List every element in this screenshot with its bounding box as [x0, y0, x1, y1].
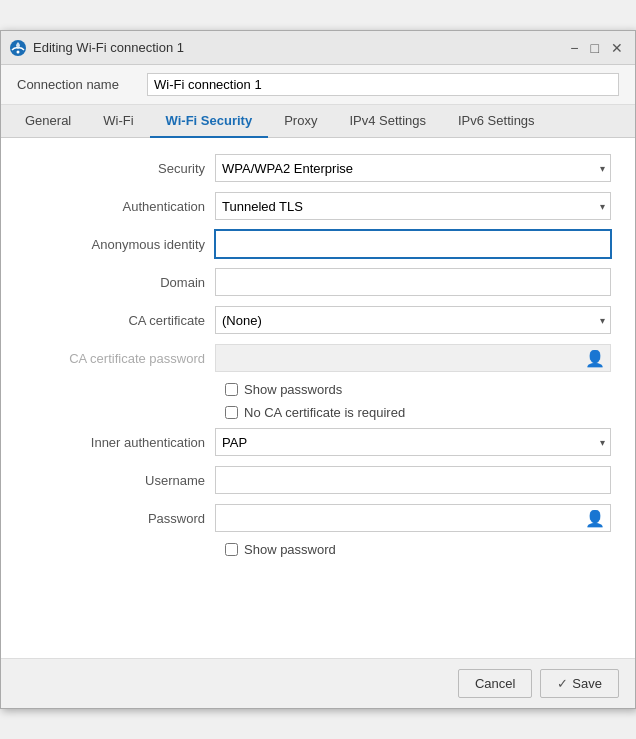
domain-control [215, 268, 611, 296]
close-button[interactable]: ✕ [607, 41, 627, 55]
inner-auth-label: Inner authentication [25, 435, 215, 450]
inner-auth-row: Inner authentication PAP ▾ [25, 428, 611, 456]
connection-name-input[interactable] [147, 73, 619, 96]
titlebar-buttons: − □ ✕ [566, 41, 627, 55]
ca-cert-password-wrapper: 👤 [215, 344, 611, 372]
titlebar-left: Editing Wi-Fi connection 1 [9, 39, 184, 57]
footer: Cancel ✓Save [1, 658, 635, 708]
username-input[interactable] [215, 466, 611, 494]
security-label: Security [25, 161, 215, 176]
ca-cert-password-label: CA certificate password [25, 351, 215, 366]
show-password-checkbox[interactable] [225, 543, 238, 556]
security-row: Security WPA/WPA2 Enterprise ▾ [25, 154, 611, 182]
minimize-button[interactable]: − [566, 41, 582, 55]
security-select-wrapper: WPA/WPA2 Enterprise ▾ [215, 154, 611, 182]
network-icon [9, 39, 27, 57]
ca-certificate-control: (None) ▾ [215, 306, 611, 334]
domain-row: Domain [25, 268, 611, 296]
tabs-bar: General Wi-Fi Wi-Fi Security Proxy IPv4 … [1, 105, 635, 138]
ca-certificate-select[interactable]: (None) [215, 306, 611, 334]
ca-cert-password-input[interactable] [215, 344, 611, 372]
username-label: Username [25, 473, 215, 488]
security-control: WPA/WPA2 Enterprise ▾ [215, 154, 611, 182]
save-check-icon: ✓ [557, 676, 568, 691]
show-passwords-label[interactable]: Show passwords [244, 382, 342, 397]
anonymous-identity-label: Anonymous identity [25, 237, 215, 252]
no-ca-cert-row: No CA certificate is required [25, 405, 611, 420]
authentication-control: Tunneled TLS ▾ [215, 192, 611, 220]
authentication-select-wrapper: Tunneled TLS ▾ [215, 192, 611, 220]
show-password-row: Show password [25, 542, 611, 557]
tab-wifi-security[interactable]: Wi-Fi Security [150, 105, 269, 138]
maximize-button[interactable]: □ [587, 41, 603, 55]
tab-proxy[interactable]: Proxy [268, 105, 333, 138]
security-select[interactable]: WPA/WPA2 Enterprise [215, 154, 611, 182]
content-area: Security WPA/WPA2 Enterprise ▾ Authentic… [1, 138, 635, 658]
show-passwords-row: Show passwords [25, 382, 611, 397]
cancel-button[interactable]: Cancel [458, 669, 532, 698]
inner-auth-select-wrapper: PAP ▾ [215, 428, 611, 456]
titlebar: Editing Wi-Fi connection 1 − □ ✕ [1, 31, 635, 65]
show-passwords-checkbox[interactable] [225, 383, 238, 396]
no-ca-cert-label[interactable]: No CA certificate is required [244, 405, 405, 420]
anonymous-identity-row: Anonymous identity [25, 230, 611, 258]
ca-certificate-label: CA certificate [25, 313, 215, 328]
show-password-label[interactable]: Show password [244, 542, 336, 557]
password-row: Password 👤 [25, 504, 611, 532]
authentication-row: Authentication Tunneled TLS ▾ [25, 192, 611, 220]
password-label: Password [25, 511, 215, 526]
tab-ipv6[interactable]: IPv6 Settings [442, 105, 551, 138]
anonymous-identity-control [215, 230, 611, 258]
username-row: Username [25, 466, 611, 494]
ca-cert-password-control: 👤 [215, 344, 611, 372]
ca-certificate-row: CA certificate (None) ▾ [25, 306, 611, 334]
connection-name-row: Connection name [1, 65, 635, 105]
save-button[interactable]: ✓Save [540, 669, 619, 698]
ca-cert-password-row: CA certificate password 👤 [25, 344, 611, 372]
domain-input[interactable] [215, 268, 611, 296]
password-wrapper: 👤 [215, 504, 611, 532]
save-label: Save [572, 676, 602, 691]
connection-name-label: Connection name [17, 77, 147, 92]
svg-point-1 [17, 50, 20, 53]
inner-auth-control: PAP ▾ [215, 428, 611, 456]
ca-cert-password-icon[interactable]: 👤 [585, 349, 605, 368]
main-window: Editing Wi-Fi connection 1 − □ ✕ Connect… [0, 30, 636, 709]
tab-general[interactable]: General [9, 105, 87, 138]
domain-label: Domain [25, 275, 215, 290]
tab-ipv4[interactable]: IPv4 Settings [333, 105, 442, 138]
window-title: Editing Wi-Fi connection 1 [33, 40, 184, 55]
password-control: 👤 [215, 504, 611, 532]
ca-certificate-select-wrapper: (None) ▾ [215, 306, 611, 334]
authentication-select[interactable]: Tunneled TLS [215, 192, 611, 220]
password-icon[interactable]: 👤 [585, 509, 605, 528]
inner-auth-select[interactable]: PAP [215, 428, 611, 456]
anonymous-identity-input[interactable] [215, 230, 611, 258]
password-input[interactable] [215, 504, 611, 532]
no-ca-cert-checkbox[interactable] [225, 406, 238, 419]
authentication-label: Authentication [25, 199, 215, 214]
tab-wifi[interactable]: Wi-Fi [87, 105, 149, 138]
username-control [215, 466, 611, 494]
